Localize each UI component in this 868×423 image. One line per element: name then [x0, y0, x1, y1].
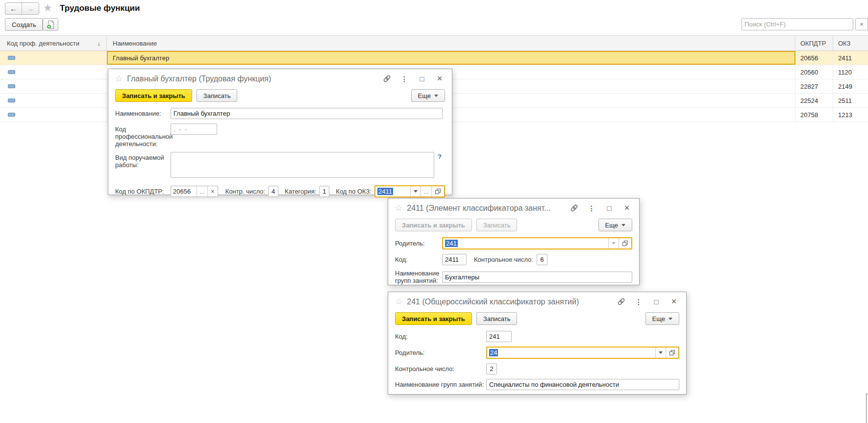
- create-group-button[interactable]: [43, 18, 58, 31]
- column-header-okz[interactable]: ОКЗ: [833, 36, 868, 50]
- row-code-cell[interactable]: [0, 51, 107, 65]
- row-okz-cell[interactable]: 2511: [833, 94, 868, 107]
- dialog-header: ☆ Главный бухгалтер (Трудовая функция) ⋮…: [108, 69, 452, 86]
- row-okpdtr-cell[interactable]: 20560: [795, 65, 833, 79]
- row-code-cell[interactable]: [0, 79, 107, 93]
- favorite-star-outline-icon[interactable]: ☆: [115, 74, 123, 84]
- row-code-cell[interactable]: [0, 94, 107, 107]
- column-header-code[interactable]: Код проф. деятельности ↓: [0, 36, 107, 50]
- control-number-field[interactable]: 2: [486, 363, 497, 374]
- work-kind-field[interactable]: [171, 152, 434, 178]
- parent-field-group: 241: [442, 237, 632, 249]
- row-okz-cell[interactable]: 2149: [833, 79, 868, 93]
- more-menu-icon[interactable]: ⋮: [587, 204, 596, 213]
- prof-code-label: Код профессиональной деятельности:: [115, 124, 171, 148]
- row-okpdtr-cell[interactable]: 22827: [795, 79, 833, 93]
- okz-select-button[interactable]: ...: [421, 186, 431, 197]
- caret-down-icon: [414, 190, 418, 193]
- okz-dropdown-button[interactable]: [410, 186, 421, 197]
- code-field[interactable]: [486, 331, 512, 342]
- more-menu-icon[interactable]: ⋮: [634, 298, 643, 306]
- dialog-title: 241 (Общероссийский классификатор заняти…: [407, 298, 579, 306]
- parent-field[interactable]: 24: [487, 348, 655, 358]
- link-icon[interactable]: [382, 75, 391, 83]
- dialog-okz-classifier: ☆ 241 (Общероссийский классификатор заня…: [388, 292, 687, 395]
- more-button[interactable]: Еще: [645, 312, 679, 325]
- name-groups-field[interactable]: [442, 272, 632, 283]
- prof-code-field[interactable]: . - -: [171, 124, 217, 135]
- code-field[interactable]: [442, 254, 467, 265]
- search-clear-button[interactable]: ×: [855, 18, 868, 30]
- element-dash-icon: [8, 99, 15, 102]
- table-row[interactable]: Главный бухгалтер 20656 2411: [0, 51, 868, 65]
- close-icon[interactable]: ×: [670, 298, 678, 306]
- name-groups-field[interactable]: [486, 379, 679, 390]
- dialog-header: ☆ 241 (Общероссийский классификатор заня…: [388, 292, 686, 309]
- create-button[interactable]: Создать: [5, 18, 43, 31]
- row-okz-cell[interactable]: 2411: [833, 51, 868, 65]
- row-okpdtr-cell[interactable]: 22524: [795, 94, 833, 107]
- parent-field[interactable]: 241: [443, 238, 608, 249]
- caret-down-icon: [669, 318, 672, 320]
- open-icon: [622, 240, 628, 247]
- link-icon[interactable]: [617, 298, 625, 306]
- favorite-star-outline-icon[interactable]: ☆: [395, 297, 402, 307]
- close-icon[interactable]: ×: [435, 75, 444, 83]
- control-number-field[interactable]: 6: [537, 254, 547, 265]
- save-button[interactable]: Записать: [197, 89, 238, 102]
- maximize-icon[interactable]: □: [652, 298, 661, 306]
- maximize-icon[interactable]: □: [418, 75, 426, 83]
- favorite-star-outline-icon[interactable]: ☆: [395, 203, 402, 213]
- okpdtr-field[interactable]: 20656: [171, 186, 197, 197]
- row-okpdtr-cell[interactable]: 20656: [795, 51, 833, 65]
- parent-dropdown-button[interactable]: [608, 238, 619, 249]
- more-button[interactable]: Еще: [598, 219, 632, 231]
- search-input[interactable]: [742, 18, 853, 30]
- okpdtr-select-button[interactable]: ...: [197, 186, 207, 197]
- table-header: Код проф. деятельности ↓ Наименование ОК…: [0, 35, 868, 51]
- category-field[interactable]: 1: [319, 186, 329, 197]
- maximize-icon[interactable]: □: [605, 204, 614, 213]
- control-number-field[interactable]: 4: [268, 186, 278, 197]
- okpdtr-clear-button[interactable]: ×: [207, 186, 218, 197]
- more-menu-icon[interactable]: ⋮: [400, 75, 409, 83]
- name-field[interactable]: [171, 108, 443, 119]
- back-button[interactable]: ←: [5, 3, 22, 14]
- dialog-title: Главный бухгалтер (Трудовая функция): [127, 75, 271, 83]
- okz-open-button[interactable]: [431, 186, 444, 197]
- okpdtr-label: Код по ОКПДТР:: [115, 188, 171, 195]
- column-header-name[interactable]: Наименование: [107, 36, 795, 50]
- save-button[interactable]: Записать: [476, 312, 518, 325]
- close-icon[interactable]: ×: [622, 204, 631, 213]
- caret-down-icon: [612, 242, 616, 245]
- row-okz-cell[interactable]: 1120: [833, 65, 868, 79]
- parent-label: Родитель:: [395, 349, 486, 356]
- save-and-close-button[interactable]: Записать и закрыть: [115, 89, 192, 102]
- column-header-okpdtr[interactable]: ОКПДТР: [795, 36, 833, 50]
- row-okpdtr-cell[interactable]: 20758: [795, 108, 833, 122]
- parent-open-button[interactable]: [666, 348, 678, 358]
- row-okz-cell[interactable]: 1213: [833, 108, 868, 122]
- link-icon[interactable]: [570, 204, 578, 213]
- forward-button[interactable]: →: [22, 3, 39, 14]
- forward-arrow-icon: →: [27, 4, 34, 13]
- parent-field-group: 24: [486, 347, 679, 359]
- row-name-cell[interactable]: Главный бухгалтер: [107, 51, 795, 65]
- dialog-labor-function: ☆ Главный бухгалтер (Трудовая функция) ⋮…: [108, 69, 452, 195]
- element-dash-icon: [8, 84, 15, 88]
- save-and-close-button[interactable]: Записать и закрыть: [395, 219, 472, 231]
- row-code-cell[interactable]: [0, 65, 107, 79]
- favorite-star-icon[interactable]: ★: [43, 2, 52, 14]
- name-label: Наименование:: [115, 108, 171, 117]
- parent-open-button[interactable]: [619, 238, 631, 249]
- more-button[interactable]: Еще: [411, 89, 445, 102]
- save-and-close-button[interactable]: Записать и закрыть: [395, 312, 472, 325]
- caret-down-icon: [621, 224, 625, 226]
- dialog-command-bar: Записать и закрыть Записать Еще: [388, 215, 639, 235]
- okz-field[interactable]: 2411: [375, 186, 410, 197]
- save-button[interactable]: Записать: [476, 219, 518, 231]
- caret-down-icon: [659, 351, 663, 354]
- parent-dropdown-button[interactable]: [655, 348, 666, 358]
- help-link[interactable]: ?: [438, 152, 442, 160]
- row-code-cell[interactable]: [0, 108, 107, 122]
